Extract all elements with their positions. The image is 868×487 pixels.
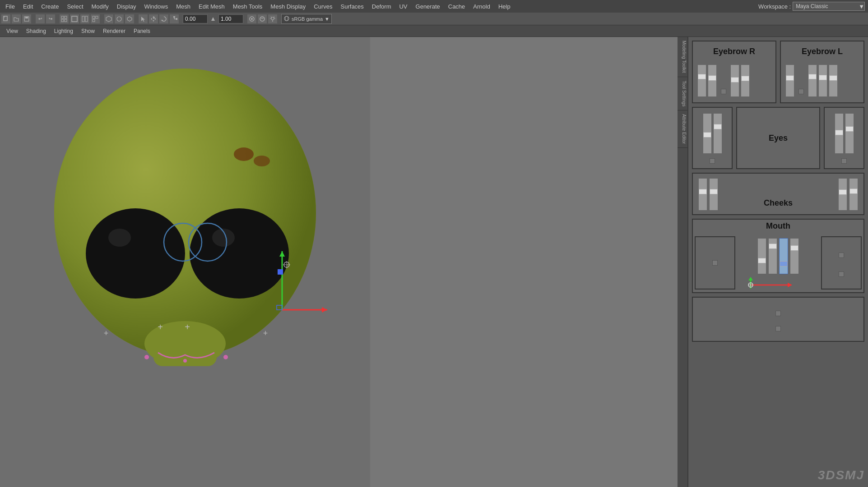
menu-uv[interactable]: UV	[395, 2, 411, 11]
layout-split-icon[interactable]	[80, 14, 90, 24]
eyebrow-r-handle-2[interactable]	[708, 75, 716, 81]
workspace-dropdown[interactable]: Maya Classic	[793, 2, 865, 11]
move-icon[interactable]	[149, 14, 158, 24]
cheeks-right-slider-1[interactable]	[838, 178, 847, 211]
modeling-toolkit-tab[interactable]: Modeling Toolkit	[678, 37, 687, 77]
cheeks-left-slider-1[interactable]	[698, 178, 707, 211]
redo-icon[interactable]: ↪	[46, 14, 56, 24]
cheeks-right-handle-1[interactable]	[839, 189, 847, 195]
menu-file[interactable]: File	[2, 2, 19, 11]
new-scene-icon[interactable]	[1, 14, 11, 24]
menu-generate[interactable]: Generate	[412, 2, 444, 11]
eyes-right-handle-2[interactable]	[845, 126, 854, 132]
menu-edit-mesh[interactable]: Edit Mesh	[195, 2, 228, 11]
grid-icon[interactable]	[59, 14, 69, 24]
eyebrow-r-slider-4[interactable]	[741, 64, 750, 97]
menu-arnold[interactable]: Arnold	[469, 2, 494, 11]
eyebrow-l-handle-2[interactable]	[808, 74, 817, 79]
render-sphere-icon[interactable]	[257, 14, 267, 24]
viewport[interactable]: + + + +	[0, 37, 370, 487]
menu-surfaces[interactable]: Surfaces	[337, 2, 367, 11]
menu-mesh-display[interactable]: Mesh Display	[267, 2, 309, 11]
mouth-handle-1[interactable]	[758, 258, 766, 263]
menu-help[interactable]: Help	[495, 2, 514, 11]
cheeks-sliders-row: Cheeks	[693, 174, 863, 214]
open-scene-icon[interactable]	[11, 14, 21, 24]
eyebrow-l-slider-2[interactable]	[808, 64, 817, 97]
svg-text:+: +	[104, 329, 109, 338]
polygon-icon[interactable]	[125, 14, 135, 24]
eyes-left-sq-icon	[710, 158, 715, 164]
eyebrow-l-slider-4[interactable]	[829, 64, 838, 97]
mouth-slider-1[interactable]	[757, 238, 766, 274]
eyes-left-handle-2[interactable]	[714, 124, 722, 129]
right-panel: Eyebrow R Eyebrow L	[687, 37, 868, 487]
eyebrow-l-handle-3[interactable]	[819, 75, 827, 80]
transform-field-1[interactable]	[183, 14, 208, 23]
menu-mesh[interactable]: Mesh	[172, 2, 194, 11]
mouth-slider-3[interactable]	[779, 238, 788, 274]
eyebrow-l-handle-4[interactable]	[829, 75, 837, 81]
eyebrow-l-handle-1[interactable]	[786, 75, 794, 81]
cheeks-left-slider-2[interactable]	[709, 178, 718, 211]
save-scene-icon[interactable]	[22, 14, 32, 24]
menu-select[interactable]: Select	[63, 2, 87, 11]
menu-display[interactable]: Display	[113, 2, 140, 11]
scale-icon[interactable]	[169, 14, 179, 24]
eyebrow-r-handle-3[interactable]	[731, 77, 739, 83]
mouth-handle-3[interactable]	[780, 261, 788, 266]
panels-menu[interactable]: Panels	[130, 27, 154, 35]
cheeks-left-handle-1[interactable]	[699, 189, 707, 194]
menu-deform[interactable]: Deform	[368, 2, 395, 11]
eyebrow-r-slider-2[interactable]	[708, 64, 717, 97]
sphere-icon[interactable]	[114, 14, 124, 24]
eyebrow-r-handle-4[interactable]	[741, 76, 749, 81]
menu-curves[interactable]: Curves	[310, 2, 336, 11]
cheeks-right-slider-2[interactable]	[849, 178, 858, 211]
eyebrow-r-handle-1[interactable]	[698, 74, 706, 79]
cheeks-left-handle-2[interactable]	[710, 189, 718, 194]
color-sphere-icon[interactable]	[247, 14, 257, 24]
view-menu[interactable]: View	[3, 27, 22, 35]
eyes-right-slider-1[interactable]	[835, 113, 844, 154]
gamma-selector[interactable]: sRGB gamma ▼	[281, 14, 332, 24]
mouth-slider-2[interactable]	[768, 238, 777, 274]
transform-field-2[interactable]	[218, 14, 243, 23]
lighting-menu[interactable]: Lighting	[51, 27, 77, 35]
tool-settings-tab[interactable]: Tool Settings	[678, 77, 687, 110]
mouth-handle-4[interactable]	[790, 245, 798, 251]
menu-modify[interactable]: Modify	[88, 2, 112, 11]
select-icon[interactable]	[138, 14, 148, 24]
undo-icon[interactable]: ↩	[35, 14, 45, 24]
eyebrow-r-slider-3[interactable]	[730, 64, 739, 97]
mouth-handle-2[interactable]	[769, 244, 777, 249]
menu-edit[interactable]: Edit	[19, 2, 37, 11]
layout-single-icon[interactable]	[70, 14, 79, 24]
eyes-right-slider-2[interactable]	[845, 113, 854, 154]
menu-create[interactable]: Create	[37, 2, 62, 11]
mouth-slider-4[interactable]	[790, 238, 799, 274]
view-toolbar: View Shading Lighting Show Renderer Pane…	[0, 25, 868, 37]
cube-icon[interactable]	[104, 14, 114, 24]
eyebrow-l-slider-3[interactable]	[818, 64, 827, 97]
workspace-arrow-icon[interactable]: ▼	[859, 3, 864, 10]
menu-windows[interactable]: Windows	[140, 2, 172, 11]
eyebrow-r-slider-1[interactable]	[697, 64, 706, 97]
eyes-left-slider-1[interactable]	[703, 113, 712, 154]
renderer-menu[interactable]: Renderer	[99, 27, 129, 35]
eyebrow-l-slider-1[interactable]	[785, 64, 794, 97]
eyes-left-handle-1[interactable]	[703, 132, 711, 138]
shading-menu[interactable]: Shading	[23, 27, 50, 35]
cheeks-right-handle-2[interactable]	[849, 188, 858, 194]
show-menu[interactable]: Show	[78, 27, 98, 35]
menu-mesh-tools[interactable]: Mesh Tools	[229, 2, 266, 11]
mouth-left-box	[695, 236, 735, 289]
rotate-icon[interactable]	[159, 14, 169, 24]
light-icon[interactable]	[268, 14, 278, 24]
eyes-left-slider-2[interactable]	[713, 113, 722, 154]
svg-rect-9	[82, 16, 84, 22]
layout-quad-icon[interactable]	[90, 14, 100, 24]
menu-cache[interactable]: Cache	[445, 2, 469, 11]
attribute-editor-tab[interactable]: Attribute Editor	[678, 110, 687, 148]
eyes-right-handle-1[interactable]	[835, 130, 843, 135]
